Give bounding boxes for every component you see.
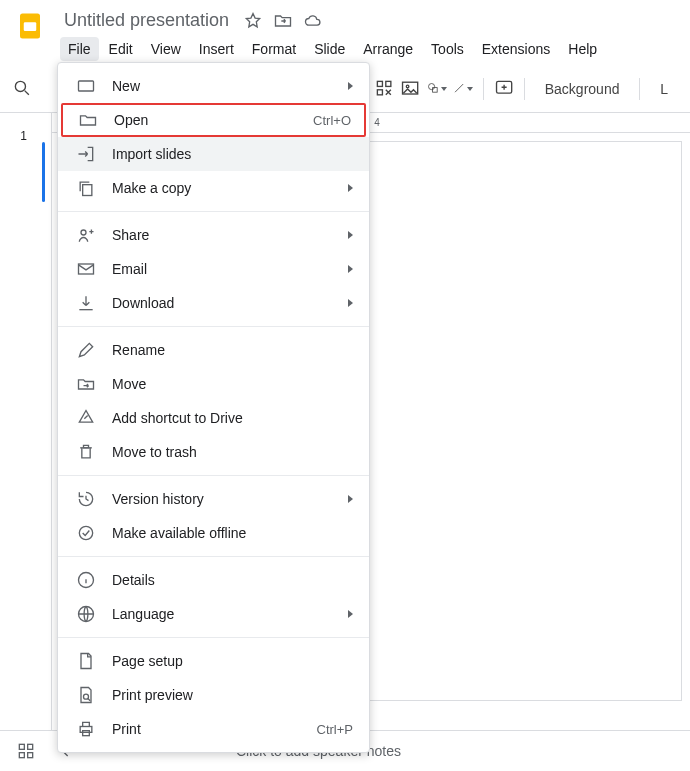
svg-rect-12 (28, 744, 33, 749)
offline-icon (76, 523, 96, 543)
share-icon (76, 225, 96, 245)
copy-icon (76, 178, 96, 198)
svg-rect-18 (79, 264, 94, 274)
svg-rect-3 (378, 82, 383, 87)
svg-point-7 (407, 86, 410, 89)
history-icon (76, 489, 96, 509)
info-icon (76, 570, 96, 590)
submenu-caret-icon (348, 82, 353, 90)
menu-arrange[interactable]: Arrange (355, 37, 421, 61)
image-icon[interactable] (400, 75, 420, 103)
slide-icon (76, 76, 96, 96)
menu-item-new[interactable]: New (58, 69, 369, 103)
submenu-caret-icon (348, 610, 353, 618)
menu-item-print[interactable]: Print Ctrl+P (58, 712, 369, 746)
import-icon (76, 144, 96, 164)
menu-insert[interactable]: Insert (191, 37, 242, 61)
menu-help[interactable]: Help (560, 37, 605, 61)
svg-rect-4 (386, 82, 391, 87)
submenu-caret-icon (348, 231, 353, 239)
separator (483, 78, 484, 100)
email-icon (76, 259, 96, 279)
slide-thumbnails: 1 (0, 113, 52, 733)
shortcut-text: Ctrl+O (313, 113, 351, 128)
folder-icon (78, 110, 98, 130)
globe-icon (76, 604, 96, 624)
menu-item-trash[interactable]: Move to trash (58, 435, 369, 469)
svg-rect-23 (80, 727, 92, 733)
menu-separator (58, 556, 369, 557)
grid-view-icon[interactable] (16, 741, 36, 761)
select-tool-icon[interactable] (374, 75, 394, 103)
menu-item-version-history[interactable]: Version history (58, 482, 369, 516)
download-icon (76, 293, 96, 313)
thumbnail-selected[interactable] (42, 142, 45, 202)
menu-separator (58, 637, 369, 638)
svg-rect-13 (19, 753, 24, 758)
svg-point-17 (81, 230, 86, 235)
svg-rect-16 (83, 185, 92, 196)
print-icon (76, 719, 96, 739)
svg-point-8 (428, 84, 434, 90)
slide-number: 1 (20, 129, 27, 143)
menu-file[interactable]: File (60, 37, 99, 61)
menu-format[interactable]: Format (244, 37, 304, 61)
layout-button-partial[interactable]: L (650, 77, 678, 101)
svg-rect-11 (19, 744, 24, 749)
menu-item-page-setup[interactable]: Page setup (58, 644, 369, 678)
menu-item-print-preview[interactable]: Print preview (58, 678, 369, 712)
menu-slide[interactable]: Slide (306, 37, 353, 61)
submenu-caret-icon (348, 495, 353, 503)
menu-item-download[interactable]: Download (58, 286, 369, 320)
submenu-caret-icon (348, 184, 353, 192)
trash-icon (76, 442, 96, 462)
svg-point-19 (79, 526, 92, 539)
svg-rect-24 (83, 731, 90, 736)
menu-edit[interactable]: Edit (101, 37, 141, 61)
separator (524, 78, 525, 100)
menu-item-make-copy[interactable]: Make a copy (58, 171, 369, 205)
menu-separator (58, 211, 369, 212)
menu-tools[interactable]: Tools (423, 37, 472, 61)
menu-extensions[interactable]: Extensions (474, 37, 558, 61)
line-icon[interactable] (453, 75, 473, 103)
submenu-caret-icon (348, 299, 353, 307)
drive-shortcut-icon (76, 408, 96, 428)
menu-separator (58, 326, 369, 327)
document-title[interactable]: Untitled presentation (60, 8, 233, 33)
page-icon (76, 651, 96, 671)
shortcut-text: Ctrl+P (317, 722, 353, 737)
background-button[interactable]: Background (535, 77, 630, 101)
svg-rect-14 (28, 753, 33, 758)
menu-item-share[interactable]: Share (58, 218, 369, 252)
menu-item-language[interactable]: Language (58, 597, 369, 631)
svg-rect-9 (432, 88, 437, 93)
move-folder-icon[interactable] (273, 11, 293, 31)
svg-rect-5 (378, 90, 383, 95)
svg-rect-1 (24, 22, 37, 31)
menu-item-move[interactable]: Move (58, 367, 369, 401)
menu-item-details[interactable]: Details (58, 563, 369, 597)
menu-item-offline[interactable]: Make available offline (58, 516, 369, 550)
menu-separator (58, 475, 369, 476)
comment-icon[interactable] (494, 75, 514, 103)
menu-item-import-slides[interactable]: Import slides (58, 137, 369, 171)
move-icon (76, 374, 96, 394)
preview-icon (76, 685, 96, 705)
menubar: File Edit View Insert Format Slide Arran… (60, 37, 690, 61)
shape-icon[interactable] (427, 75, 447, 103)
pencil-icon (76, 340, 96, 360)
menu-item-open[interactable]: Open Ctrl+O (61, 103, 366, 137)
file-menu-dropdown: New Open Ctrl+O Import slides Make a cop… (57, 62, 370, 753)
search-icon[interactable] (12, 75, 32, 103)
menu-item-email[interactable]: Email (58, 252, 369, 286)
svg-rect-15 (79, 81, 94, 91)
separator (639, 78, 640, 100)
cloud-status-icon[interactable] (303, 11, 323, 31)
slides-logo[interactable] (12, 8, 48, 44)
menu-item-add-shortcut[interactable]: Add shortcut to Drive (58, 401, 369, 435)
star-icon[interactable] (243, 11, 263, 31)
menu-view[interactable]: View (143, 37, 189, 61)
menu-item-rename[interactable]: Rename (58, 333, 369, 367)
submenu-caret-icon (348, 265, 353, 273)
